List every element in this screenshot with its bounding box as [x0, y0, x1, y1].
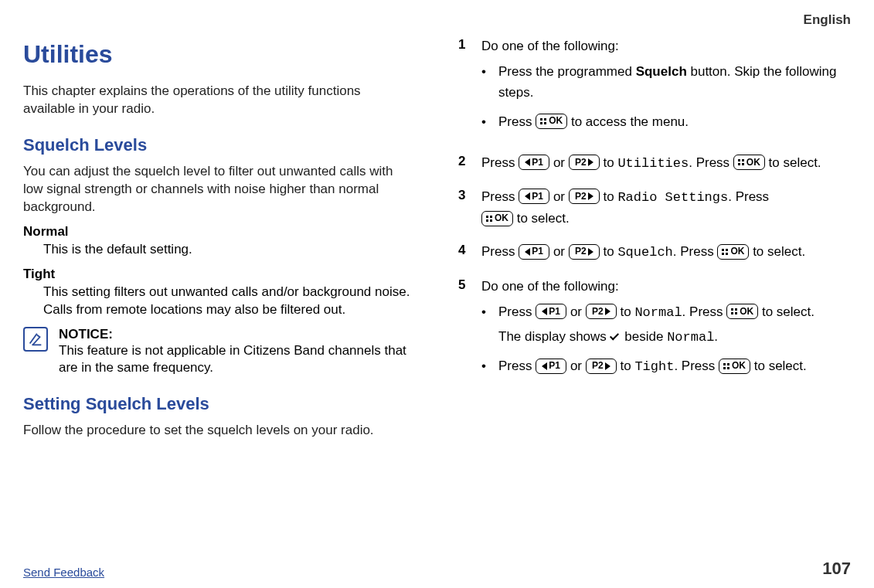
key-label: OK: [732, 359, 746, 373]
ok-key-icon: OK: [726, 304, 758, 319]
key-label: OK: [549, 114, 563, 128]
chapter-intro: This chapter explains the operations of …: [23, 83, 416, 118]
key-label: OK: [730, 244, 744, 259]
notice-box: NOTICE: This feature is not applicable i…: [23, 327, 416, 378]
p1-key-icon: P1: [536, 359, 566, 374]
menu-tight: Tight: [634, 359, 674, 374]
text: . Press: [673, 244, 718, 259]
key-label: P2: [575, 155, 587, 170]
p1-key-icon: P1: [519, 155, 549, 170]
text: to access the menu.: [567, 114, 689, 129]
step-5-bullet-2: Press P1 or P2 to Tight. Press OK to sel…: [481, 355, 851, 377]
ok-key-icon: OK: [733, 155, 765, 170]
step-1-bullet-2: Press OK to access the menu.: [481, 111, 851, 132]
text: .: [714, 329, 718, 344]
p2-key-icon: P2: [586, 359, 617, 374]
p1-key-icon: P1: [519, 189, 549, 204]
chapter-title: Utilities: [23, 40, 416, 69]
ok-key-icon: OK: [719, 359, 750, 374]
text: to: [600, 189, 618, 204]
page-number: 107: [822, 559, 851, 579]
text: or: [549, 155, 569, 170]
step-3: Press P1 or P2 to Radio Settings. Press …: [458, 186, 851, 229]
text: Press the programmed: [498, 64, 636, 79]
ok-key-icon: OK: [717, 244, 749, 260]
p1-key-icon: P1: [519, 244, 549, 260]
text: . Press: [689, 155, 733, 170]
key-label: OK: [746, 155, 760, 170]
step-1: Do one of the following: Press the progr…: [458, 36, 851, 140]
text: Press: [498, 304, 536, 319]
key-label: OK: [495, 211, 508, 226]
step-5: Do one of the following: Press P1 or P2 …: [458, 276, 851, 386]
text: Press: [498, 359, 536, 373]
ok-key-icon: OK: [481, 211, 513, 226]
notice-body: This feature is not applicable in Citize…: [59, 342, 416, 378]
key-label: P1: [532, 189, 543, 204]
text: beside: [621, 329, 668, 344]
key-label: P2: [592, 359, 604, 373]
text: or: [566, 304, 586, 319]
key-label: P1: [532, 244, 543, 259]
step-1-lead: Do one of the following:: [481, 39, 619, 53]
text: or: [566, 359, 586, 373]
step-1-bullet-1: Press the programmed Squelch button. Ski…: [481, 61, 851, 103]
menu-normal: Normal: [634, 305, 682, 320]
text: to: [617, 304, 635, 319]
text: . Press: [682, 304, 727, 319]
procedure-steps: Do one of the following: Press the progr…: [458, 36, 851, 385]
text: . Press: [674, 359, 719, 373]
text: Press: [481, 244, 519, 259]
text: Press: [481, 189, 519, 204]
text: to select.: [749, 244, 805, 259]
send-feedback-link[interactable]: Send Feedback: [23, 566, 104, 579]
step-5-lead: Do one of the following:: [481, 279, 619, 294]
key-label: P1: [549, 304, 560, 319]
text: to: [617, 359, 635, 373]
p2-key-icon: P2: [569, 189, 600, 204]
p2-key-icon: P2: [586, 304, 617, 319]
notice-icon: [23, 327, 48, 352]
text: to select.: [765, 155, 821, 170]
text: to select.: [513, 211, 570, 226]
text: Press: [481, 155, 519, 170]
key-label: P1: [549, 359, 560, 373]
text: to: [600, 244, 618, 259]
term-tight: Tight: [23, 267, 416, 282]
text: or: [549, 189, 569, 204]
text: or: [549, 244, 569, 259]
menu-utilities: Utilities: [617, 156, 689, 171]
text: Press: [498, 114, 536, 129]
step-2: Press P1 or P2 to Utilities. Press OK to…: [458, 152, 851, 174]
document-page: English Utilities This chapter explains …: [0, 0, 874, 588]
key-label: P2: [592, 304, 604, 319]
menu-radio-settings: Radio Settings: [617, 190, 728, 205]
page-footer: Send Feedback 107: [23, 559, 851, 579]
key-label: P2: [575, 189, 587, 204]
bold-squelch: Squelch: [636, 64, 687, 79]
notice-label: NOTICE:: [59, 327, 416, 342]
text: . Press: [728, 189, 769, 204]
step-5-bullet-1-sub: The display shows beside Normal.: [498, 326, 851, 348]
text: The display shows: [498, 329, 610, 344]
notice-text: NOTICE: This feature is not applicable i…: [59, 327, 416, 378]
section-setting-squelch: Setting Squelch Levels: [23, 394, 416, 414]
key-label: OK: [740, 304, 753, 319]
menu-normal: Normal: [667, 330, 714, 345]
key-label: P2: [575, 244, 587, 259]
key-label: P1: [532, 155, 543, 170]
text: to select.: [750, 359, 807, 373]
def-tight: This setting filters out unwanted calls …: [43, 284, 416, 319]
section-squelch-levels: Squelch Levels: [23, 135, 416, 155]
term-normal: Normal: [23, 224, 416, 240]
step-4: Press P1 or P2 to Squelch. Press OK to s…: [458, 241, 851, 263]
two-column-layout: Utilities This chapter explains the oper…: [23, 36, 851, 447]
squelch-description: You can adjust the squelch level to filt…: [23, 163, 416, 216]
checkmark-icon: [610, 333, 621, 341]
p2-key-icon: P2: [569, 155, 600, 170]
ok-key-icon: OK: [536, 114, 567, 129]
text: to select.: [758, 304, 814, 319]
left-column: Utilities This chapter explains the oper…: [23, 36, 416, 447]
menu-squelch: Squelch: [617, 245, 672, 260]
step-5-bullet-1: Press P1 or P2 to Normal. Press OK to se…: [481, 301, 851, 348]
